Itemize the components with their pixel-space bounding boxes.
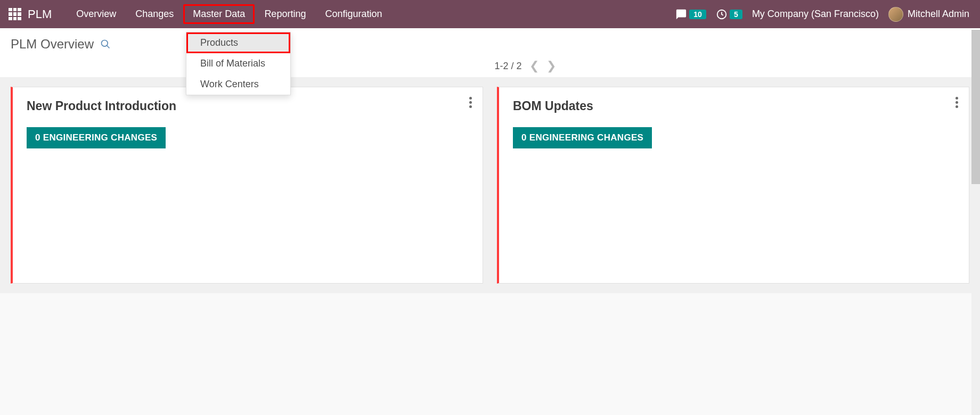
nav-changes[interactable]: Changes	[126, 4, 183, 24]
company-selector[interactable]: My Company (San Francisco)	[752, 9, 879, 20]
card-title: BOM Updates	[513, 99, 955, 113]
pager-row: 1-2 / 2 ❮ ❯	[0, 56, 980, 77]
dropdown-work-centers[interactable]: Work Centers	[186, 74, 290, 95]
nav-right: 10 5 My Company (San Francisco) Mitchell…	[675, 7, 975, 22]
svg-point-1	[102, 40, 108, 47]
card-new-product-introduction: New Product Introduction 0 ENGINEERING C…	[11, 87, 483, 284]
messages-button[interactable]: 10	[675, 9, 706, 20]
pager-prev[interactable]: ❮	[529, 59, 539, 73]
nav-master-data[interactable]: Master Data	[183, 4, 255, 24]
search-icon[interactable]	[100, 39, 111, 49]
engineering-changes-button[interactable]: 0 ENGINEERING CHANGES	[513, 127, 652, 148]
page-title-row: PLM Overview	[11, 37, 111, 52]
username: Mitchell Admin	[908, 9, 969, 20]
card-menu-button[interactable]	[956, 97, 958, 108]
nav-overview[interactable]: Overview	[67, 4, 126, 24]
dropdown-bom[interactable]: Bill of Materials	[186, 53, 290, 74]
card-title: New Product Introduction	[27, 99, 469, 113]
pager-text: 1-2 / 2	[494, 61, 521, 72]
pager-next[interactable]: ❯	[546, 59, 556, 73]
top-nav: PLM Overview Changes Master Data Reporti…	[0, 0, 980, 28]
user-menu[interactable]: Mitchell Admin	[888, 7, 969, 22]
vertical-scrollbar[interactable]	[971, 30, 980, 415]
activities-badge: 5	[730, 10, 742, 19]
chat-icon	[675, 9, 687, 20]
dropdown-products[interactable]: Products	[186, 32, 290, 53]
clock-icon	[716, 9, 728, 20]
master-data-dropdown: Products Bill of Materials Work Centers	[186, 32, 291, 95]
apps-icon[interactable]	[9, 8, 21, 21]
messages-badge: 10	[689, 10, 706, 19]
card-menu-button[interactable]	[469, 97, 472, 108]
activities-button[interactable]: 5	[716, 9, 742, 20]
scrollbar-thumb[interactable]	[971, 30, 980, 184]
nav-configuration[interactable]: Configuration	[315, 4, 391, 24]
brand[interactable]: PLM	[28, 7, 52, 21]
card-bom-updates: BOM Updates 0 ENGINEERING CHANGES	[497, 87, 969, 284]
nav-reporting[interactable]: Reporting	[255, 4, 315, 24]
pager: 1-2 / 2 ❮ ❯	[494, 59, 556, 73]
subheader: PLM Overview	[0, 28, 980, 56]
page-title: PLM Overview	[11, 37, 94, 52]
avatar	[888, 7, 903, 22]
engineering-changes-button[interactable]: 0 ENGINEERING CHANGES	[27, 127, 166, 148]
kebab-icon	[956, 97, 958, 108]
cards-container: New Product Introduction 0 ENGINEERING C…	[0, 77, 980, 293]
kebab-icon	[469, 97, 472, 108]
